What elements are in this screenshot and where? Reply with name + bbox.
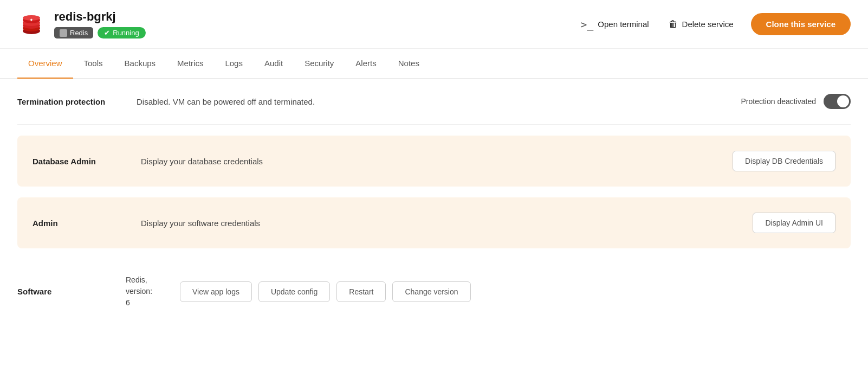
restart-button[interactable]: Restart [336,281,386,302]
service-logo: ✦ [17,10,46,39]
display-admin-ui-button[interactable]: Display Admin UI [753,213,835,233]
admin-label: Admin [33,219,130,228]
software-row: Software Redis, version: 6 View app logs… [17,259,851,324]
admin-card: Admin Display your software credentials … [17,197,851,248]
tab-backups[interactable]: Backups [114,49,167,79]
open-terminal-button[interactable]: >_ Open terminal [578,14,651,35]
service-info: redis-bgrkj Redis ✔ Running [54,10,569,39]
service-badges: Redis ✔ Running [54,27,569,39]
tab-overview[interactable]: Overview [17,49,73,79]
software-version: Redis, version: 6 [126,274,169,309]
main-content: Termination protection Disabled. VM can … [0,79,868,324]
update-config-button[interactable]: Update config [258,281,330,302]
tab-notes[interactable]: Notes [387,49,430,79]
database-admin-card: Database Admin Display your database cre… [17,136,851,187]
tab-bar: Overview Tools Backups Metrics Logs Audi… [0,49,868,79]
view-app-logs-button[interactable]: View app logs [180,281,252,302]
svg-text:✦: ✦ [29,17,34,23]
terminal-icon: >_ [580,18,593,31]
redis-badge: Redis [54,27,93,39]
software-label: Software [17,287,115,296]
toggle-knob [837,95,849,107]
page-header: ✦ redis-bgrkj Redis ✔ Running >_ Open te… [0,0,868,49]
change-version-button[interactable]: Change version [392,281,470,302]
redis-badge-icon [60,29,67,37]
termination-right: Protection deactivated [741,94,851,109]
trash-icon: 🗑 [669,19,678,30]
clone-service-button[interactable]: Clone this service [751,13,851,35]
delete-service-button[interactable]: 🗑 Delete service [666,15,736,34]
tab-tools[interactable]: Tools [73,49,114,79]
protection-status-label: Protection deactivated [741,97,816,106]
database-admin-description: Display your database credentials [141,157,722,166]
termination-description: Disabled. VM can be powered off and term… [137,97,730,106]
software-actions: View app logs Update config Restart Chan… [180,281,851,302]
tab-logs[interactable]: Logs [214,49,254,79]
service-name: redis-bgrkj [54,10,569,24]
check-icon: ✔ [104,29,110,37]
header-actions: >_ Open terminal 🗑 Delete service Clone … [578,13,851,35]
display-db-credentials-button[interactable]: Display DB Credentials [733,151,835,171]
database-admin-label: Database Admin [33,157,130,166]
tab-metrics[interactable]: Metrics [166,49,214,79]
termination-label: Termination protection [17,97,126,106]
running-badge: ✔ Running [98,27,145,39]
termination-toggle[interactable] [824,94,851,109]
tab-security[interactable]: Security [294,49,345,79]
termination-protection-row: Termination protection Disabled. VM can … [17,79,851,125]
admin-description: Display your software credentials [141,219,742,228]
tab-audit[interactable]: Audit [254,49,294,79]
tab-alerts[interactable]: Alerts [345,49,387,79]
